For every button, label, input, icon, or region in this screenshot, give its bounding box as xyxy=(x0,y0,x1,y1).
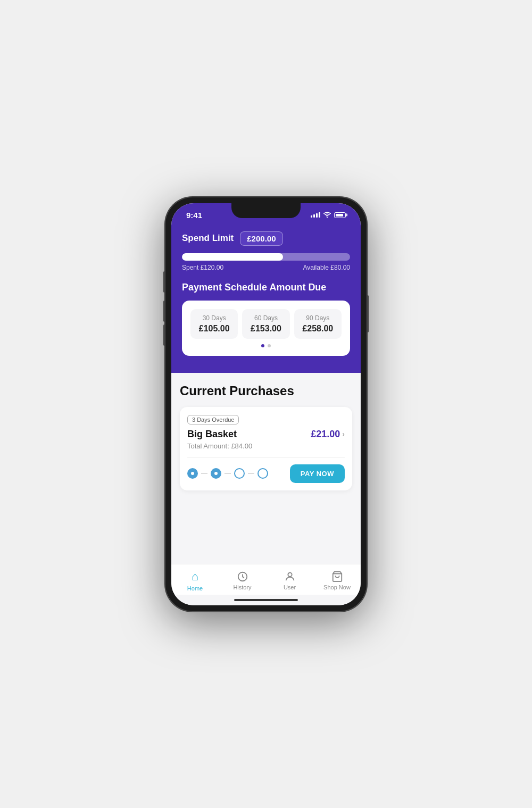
shop-now-icon xyxy=(331,571,343,582)
purchase-name: Big Basket xyxy=(187,429,237,440)
nav-item-shop[interactable]: Shop Now xyxy=(313,571,361,590)
svg-point-1 xyxy=(288,572,292,576)
content-area: Current Purchases 3 Days Overdue Big Bas… xyxy=(171,373,361,564)
step-3 xyxy=(234,468,245,479)
dot-1 xyxy=(261,344,264,347)
step-line-2 xyxy=(225,473,231,474)
schedule-options: 30 Days £105.00 60 Days £153.00 90 Days … xyxy=(190,309,342,339)
spend-limit-value: £200.00 xyxy=(240,231,282,246)
home-bar xyxy=(234,599,298,601)
home-icon: ⌂ xyxy=(192,570,198,584)
step-line-3 xyxy=(248,473,254,474)
payment-steps xyxy=(187,468,268,479)
overdue-badge: 3 Days Overdue xyxy=(187,415,239,424)
schedule-amount-90: £258.00 xyxy=(298,324,337,334)
schedule-amount-60: £153.00 xyxy=(246,324,285,334)
schedule-option-60: 60 Days £153.00 xyxy=(242,309,289,339)
schedule-card: 30 Days £105.00 60 Days £153.00 90 Days … xyxy=(182,301,350,356)
spent-label: Spent £120.00 xyxy=(182,264,223,271)
pay-now-button[interactable]: PAY NOW xyxy=(290,464,345,483)
signal-icon xyxy=(311,212,320,218)
nav-history-label: History xyxy=(233,584,251,590)
schedule-days-60: 60 Days xyxy=(246,314,285,322)
nav-item-history[interactable]: History xyxy=(219,571,266,590)
user-icon xyxy=(284,571,296,582)
chevron-right-icon: › xyxy=(342,430,345,438)
nav-user-label: User xyxy=(284,584,296,590)
step-1-inner xyxy=(191,472,194,475)
nav-shop-label: Shop Now xyxy=(323,584,351,590)
nav-item-user[interactable]: User xyxy=(266,571,313,590)
spend-limit-label: Spend Limit xyxy=(182,233,234,244)
schedule-days-90: 90 Days xyxy=(298,314,337,322)
bottom-nav: ⌂ Home History User xyxy=(171,564,361,595)
phone-screen: 9:41 xyxy=(171,203,361,605)
purchase-amount-value: £21.00 xyxy=(311,429,340,440)
header-area: Spend Limit £200.00 Spent £120.00 Availa… xyxy=(171,223,361,373)
dot-2 xyxy=(268,344,271,347)
step-2-inner xyxy=(214,472,218,475)
wifi-icon xyxy=(323,212,331,218)
spend-limit-row: Spend Limit £200.00 xyxy=(182,231,350,246)
history-icon xyxy=(237,571,248,582)
progress-labels: Spent £120.00 Available £80.00 xyxy=(182,264,350,271)
step-2 xyxy=(211,468,221,479)
schedule-days-30: 30 Days xyxy=(195,314,234,322)
status-bar: 9:41 xyxy=(171,203,361,223)
status-icons xyxy=(311,212,346,218)
current-purchases-title: Current Purchases xyxy=(180,384,352,398)
purchase-amount: £21.00 › xyxy=(311,429,345,440)
battery-icon xyxy=(334,212,346,218)
notch xyxy=(231,203,301,218)
purchase-card: 3 Days Overdue Big Basket £21.00 › Total… xyxy=(180,407,352,490)
status-time: 9:41 xyxy=(186,211,202,220)
progress-bar-container xyxy=(182,253,350,261)
schedule-option-90: 90 Days £258.00 xyxy=(294,309,342,339)
nav-home-label: Home xyxy=(187,585,203,592)
schedule-option-30: 30 Days £105.00 xyxy=(190,309,238,339)
step-line-1 xyxy=(201,473,207,474)
home-indicator xyxy=(171,595,361,605)
payment-schedule-title: Payment Schedule Amount Due xyxy=(182,282,350,293)
purchase-footer: PAY NOW xyxy=(187,457,345,483)
step-4 xyxy=(257,468,268,479)
progress-bar-fill xyxy=(182,253,283,261)
pagination-dots xyxy=(190,344,342,347)
available-label: Available £80.00 xyxy=(303,264,350,271)
schedule-amount-30: £105.00 xyxy=(195,324,234,334)
purchase-info-row: Big Basket £21.00 › xyxy=(187,429,345,440)
purchase-total: Total Amount: £84.00 xyxy=(187,442,345,450)
step-1 xyxy=(187,468,198,479)
phone-frame: 9:41 xyxy=(165,197,367,612)
nav-item-home[interactable]: ⌂ Home xyxy=(171,570,219,592)
